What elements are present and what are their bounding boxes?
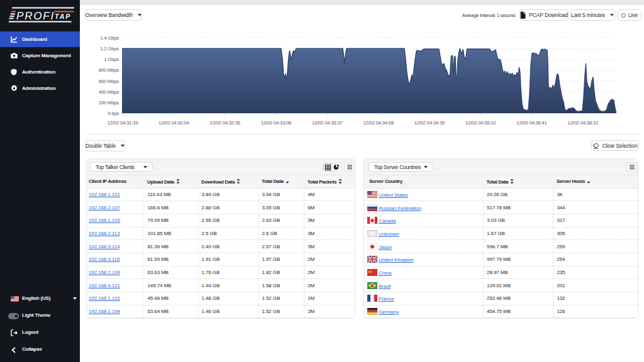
svg-text:1.2 Gbps: 1.2 Gbps: [100, 46, 119, 52]
svg-text:400 Mbps: 400 Mbps: [99, 89, 119, 95]
svg-text:1.4 Gbps: 1.4 Gbps: [100, 35, 119, 41]
svg-text:1 Gbps: 1 Gbps: [104, 57, 119, 62]
svg-text:12/02 04:33:06: 12/02 04:33:06: [261, 120, 292, 126]
svg-text:12/02 04:34:08: 12/02 04:34:08: [363, 120, 394, 126]
svg-text:12/02 04:31:33: 12/02 04:31:33: [108, 120, 138, 126]
svg-text:TAP: TAP: [55, 13, 71, 20]
svg-text:12/02 04:35:41: 12/02 04:35:41: [516, 120, 547, 126]
svg-text:800 Mbps: 800 Mbps: [99, 67, 119, 73]
svg-text:12/02 04:34:39: 12/02 04:34:39: [414, 120, 445, 126]
svg-text:0 bps: 0 bps: [108, 111, 119, 116]
svg-text:12/02 04:32:04: 12/02 04:32:04: [158, 120, 189, 126]
svg-text:600 Mbps: 600 Mbps: [99, 79, 119, 84]
svg-text:12/02 04:35:10: 12/02 04:35:10: [465, 120, 496, 126]
svg-text:PROFI: PROFI: [16, 10, 55, 22]
svg-text:200 Mbps: 200 Mbps: [99, 100, 119, 106]
svg-text:12/02 04:36:12: 12/02 04:36:12: [567, 120, 598, 126]
svg-text:12/02 04:33:37: 12/02 04:33:37: [312, 120, 343, 126]
svg-text:12/02 04:32:35: 12/02 04:32:35: [209, 120, 240, 126]
